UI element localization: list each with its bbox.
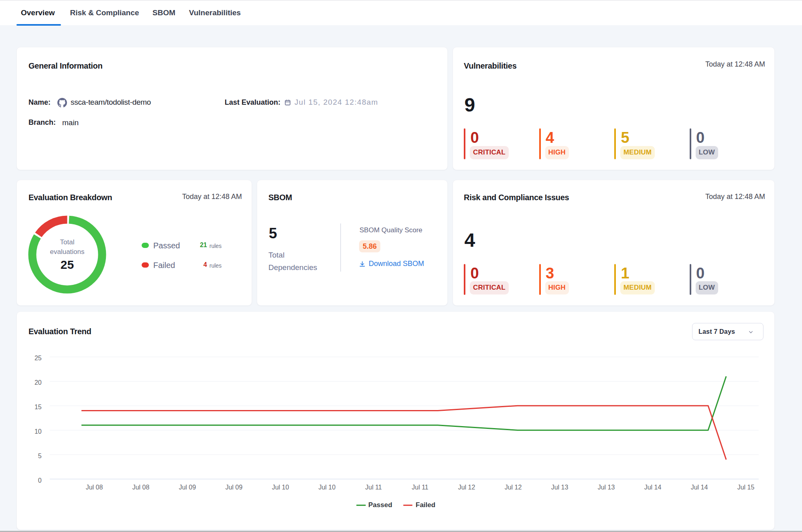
svg-text:Jul 15: Jul 15 bbox=[737, 484, 755, 491]
svg-text:25: 25 bbox=[61, 258, 74, 271]
svg-text:Passed: Passed bbox=[368, 501, 392, 509]
svg-text:5: 5 bbox=[38, 453, 42, 459]
svg-text:Jul 12: Jul 12 bbox=[505, 484, 522, 491]
svg-text:Jul 12: Jul 12 bbox=[458, 484, 475, 491]
svg-text:10: 10 bbox=[35, 428, 42, 435]
svg-text:15: 15 bbox=[35, 404, 42, 410]
svg-text:Jul 09: Jul 09 bbox=[179, 484, 196, 491]
svg-text:Jul 08: Jul 08 bbox=[86, 484, 103, 491]
svg-text:Total: Total bbox=[60, 238, 75, 246]
svg-text:Jul 14: Jul 14 bbox=[644, 484, 662, 491]
svg-text:Jul 10: Jul 10 bbox=[319, 484, 336, 491]
svg-text:20: 20 bbox=[35, 379, 42, 386]
svg-text:Jul 13: Jul 13 bbox=[598, 484, 615, 491]
svg-text:Failed: Failed bbox=[416, 501, 435, 509]
svg-text:Jul 08: Jul 08 bbox=[132, 484, 150, 491]
svg-text:25: 25 bbox=[35, 355, 42, 361]
svg-text:evaluations: evaluations bbox=[50, 248, 84, 256]
svg-text:Jul 10: Jul 10 bbox=[272, 484, 289, 491]
svg-text:Jul 13: Jul 13 bbox=[551, 484, 569, 491]
svg-text:Jul 11: Jul 11 bbox=[365, 484, 382, 491]
svg-text:Jul 14: Jul 14 bbox=[691, 484, 708, 491]
svg-text:Jul 11: Jul 11 bbox=[412, 484, 428, 491]
svg-text:0: 0 bbox=[38, 477, 42, 484]
svg-text:Jul 09: Jul 09 bbox=[225, 484, 243, 491]
